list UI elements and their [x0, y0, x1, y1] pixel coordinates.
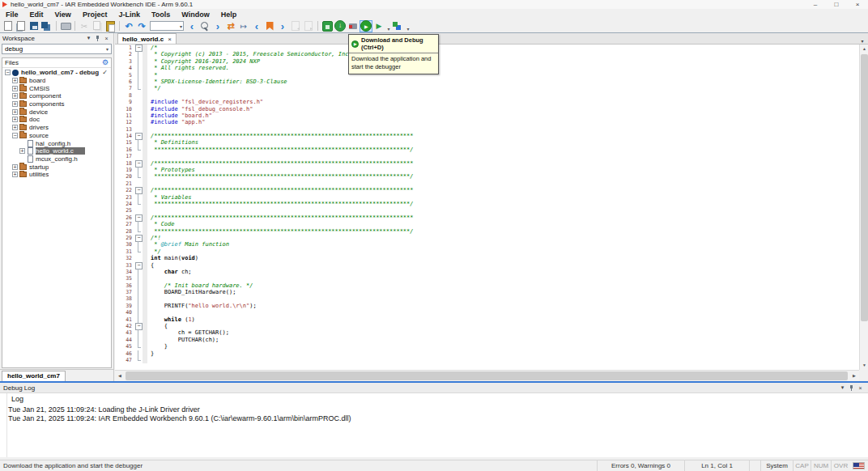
breakpoint-margin[interactable] — [143, 173, 147, 180]
code-line-44[interactable]: 44 PUTCHAR(ch); — [115, 337, 859, 343]
code-line-35[interactable]: 35 — [115, 275, 859, 282]
code-line-15[interactable]: 15 * Definitions — [115, 139, 859, 146]
fold-collapse-icon[interactable] — [134, 133, 143, 139]
code-line-30[interactable]: 30 * @brief Main function — [115, 241, 859, 248]
code-line-3[interactable]: 3 * Copyright 2016-2017, 2024 NXP — [115, 58, 859, 65]
breakpoint-margin[interactable] — [143, 337, 147, 343]
breakpoint-margin[interactable] — [143, 160, 147, 167]
tree-item-cmsis[interactable]: +CMSIS — [2, 84, 111, 92]
code-line-4[interactable]: 4 * All rights reserved. — [115, 65, 859, 71]
code-line-2[interactable]: 2 * Copyright (c) 2013 - 2015, Freescale… — [115, 51, 859, 57]
breakpoint-margin[interactable] — [143, 221, 147, 227]
menu-tools[interactable]: Tools — [146, 11, 176, 19]
code-line-12[interactable]: 12#include "app.h" — [115, 119, 859, 125]
code-line-23[interactable]: 23 * Variables — [115, 194, 859, 201]
breakpoint-margin[interactable] — [143, 85, 147, 91]
print-icon[interactable] — [59, 20, 72, 32]
save-all-icon[interactable] — [40, 20, 53, 32]
tab-list-icon[interactable]: ▾ — [857, 38, 868, 44]
menu-window[interactable]: Window — [176, 11, 215, 19]
code-line-34[interactable]: 34 char ch; — [115, 269, 859, 275]
breakpoint-margin[interactable] — [143, 78, 147, 85]
code-line-27[interactable]: 27 * Code — [115, 221, 859, 227]
breakpoint-margin[interactable] — [143, 139, 147, 146]
code-line-40[interactable]: 40 — [115, 309, 859, 316]
code-line-19[interactable]: 19 * Prototypes — [115, 167, 859, 173]
tree-item-components[interactable]: +components — [2, 100, 111, 108]
menu-view[interactable]: View — [49, 11, 77, 19]
tree-item-doc[interactable]: +doc — [2, 116, 111, 124]
panel-menu-icon[interactable]: ▾ — [838, 384, 847, 391]
breakpoint-margin[interactable] — [143, 255, 147, 261]
toggle-bookmark-icon[interactable] — [263, 20, 276, 32]
breakpoint-margin[interactable] — [143, 343, 147, 350]
chevron-down-icon[interactable]: ▾ — [180, 23, 183, 29]
find-icon[interactable] — [198, 20, 211, 32]
debug-log-content[interactable]: Log Tue Jan 21, 2025 11:09:24: Loading t… — [0, 393, 868, 457]
breakpoint-margin[interactable] — [143, 323, 147, 329]
scroll-up-icon[interactable]: ▲ — [860, 45, 868, 53]
breakpoint-margin[interactable] — [143, 214, 147, 221]
breakpoint-margin[interactable] — [143, 146, 147, 153]
menu-jlink[interactable]: J-Link — [113, 11, 146, 19]
code-line-42[interactable]: 42 { — [115, 323, 859, 329]
expand-icon[interactable]: + — [12, 117, 18, 122]
breakpoint-margin[interactable] — [143, 106, 147, 112]
cmsis-manager-icon[interactable] — [392, 20, 405, 32]
tab-close-icon[interactable]: × — [168, 36, 172, 43]
code-line-6[interactable]: 6 * SPDX-License-Identifier: BSD-3-Claus… — [115, 78, 859, 85]
breakpoint-margin[interactable] — [143, 350, 147, 357]
open-file-icon[interactable] — [15, 20, 28, 32]
debug-without-downloading-icon[interactable] — [372, 20, 385, 32]
menu-edit[interactable]: Edit — [24, 11, 49, 19]
code-line-22[interactable]: 22/*************************************… — [115, 187, 859, 193]
download-icon[interactable] — [334, 20, 347, 32]
breakpoint-margin[interactable] — [143, 282, 147, 289]
code-line-7[interactable]: 7 */ — [115, 85, 859, 91]
expand-icon[interactable]: + — [12, 78, 18, 83]
code-line-33[interactable]: 33{ — [115, 262, 859, 269]
scroll-right-icon[interactable]: ▶ — [849, 371, 859, 381]
collapse-icon[interactable]: − — [5, 70, 11, 75]
editor-vertical-scrollbar[interactable]: ▲ ▼ — [859, 45, 868, 370]
code-line-46[interactable]: 46} — [115, 350, 859, 357]
code-line-32[interactable]: 32int main(void) — [115, 255, 859, 261]
menu-project[interactable]: Project — [77, 11, 113, 19]
code-line-8[interactable]: 8 — [115, 92, 859, 99]
minimize-icon[interactable]: – — [805, 1, 826, 8]
code-line-17[interactable]: 17 — [115, 153, 859, 159]
next-bookmark-icon[interactable] — [276, 20, 289, 32]
scroll-down-icon[interactable]: ▼ — [860, 361, 868, 370]
breakpoint-margin[interactable] — [143, 316, 147, 323]
breakpoint-margin[interactable] — [143, 45, 147, 51]
tree-item-mcux-config-h[interactable]: mcux_config.h — [2, 155, 111, 163]
find-next-icon[interactable] — [211, 20, 224, 32]
breakpoint-margin[interactable] — [143, 329, 147, 336]
go-to-icon[interactable] — [237, 20, 250, 32]
keyboard-layout-flag-icon[interactable] — [853, 462, 865, 469]
scroll-left-icon[interactable]: ◀ — [115, 371, 125, 381]
gear-icon[interactable]: ⚙ — [102, 59, 108, 66]
expand-icon[interactable]: + — [12, 109, 18, 115]
fold-collapse-icon[interactable] — [134, 187, 143, 193]
next-document-icon[interactable] — [302, 20, 315, 32]
redo-icon[interactable] — [135, 20, 148, 32]
code-line-10[interactable]: 10#include "fsl_debug_console.h" — [115, 106, 859, 112]
breakpoint-margin[interactable] — [143, 303, 147, 309]
breakpoint-margin[interactable] — [143, 99, 147, 105]
breakpoint-margin[interactable] — [143, 309, 147, 316]
code-line-14[interactable]: 14/*************************************… — [115, 133, 859, 139]
breakpoint-margin[interactable] — [143, 167, 147, 173]
code-line-39[interactable]: 39 PRINTF("hello world.\r\n"); — [115, 303, 859, 309]
new-document-icon[interactable] — [2, 20, 15, 32]
make-icon[interactable] — [321, 20, 334, 32]
pin-icon[interactable] — [847, 384, 856, 392]
tree-item-hal-config-h[interactable]: hal_config.h — [2, 139, 111, 147]
code-line-25[interactable]: 25 — [115, 207, 859, 214]
breakpoint-margin[interactable] — [143, 92, 147, 99]
find-previous-icon[interactable] — [185, 20, 198, 32]
fold-collapse-icon[interactable] — [134, 214, 143, 221]
tree-item-device[interactable]: +device — [2, 108, 111, 116]
breakpoint-margin[interactable] — [143, 126, 147, 133]
breakpoint-margin[interactable] — [143, 72, 147, 78]
